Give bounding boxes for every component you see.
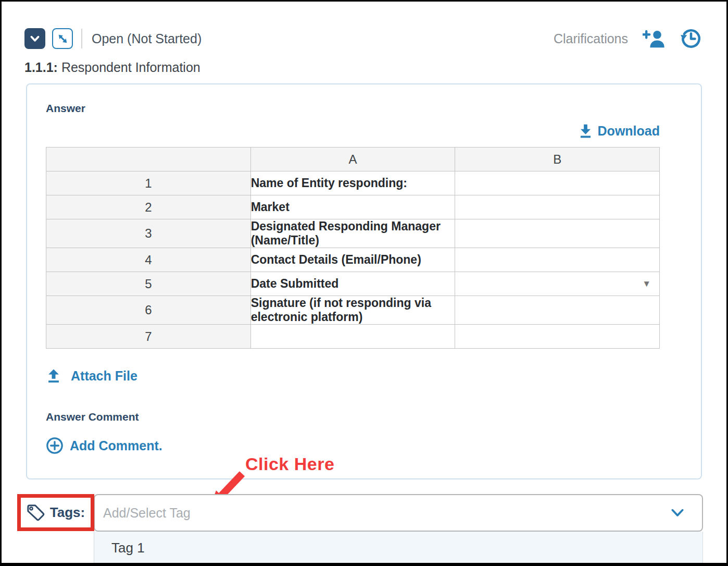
expand-question-button[interactable] bbox=[52, 28, 73, 49]
add-person-button[interactable] bbox=[643, 29, 667, 48]
tags-label: Tags: bbox=[50, 505, 85, 521]
click-here-annotation: Click Here bbox=[245, 454, 334, 474]
row-number: 7 bbox=[46, 325, 251, 349]
table-row: 7 bbox=[46, 325, 660, 349]
tag-icon bbox=[27, 504, 45, 521]
question-number: 1.1.1: bbox=[24, 60, 58, 75]
collapse-question-button[interactable] bbox=[24, 28, 45, 49]
answer-spreadsheet: A B 1 Name of Entity responding: 2 Marke… bbox=[46, 147, 660, 349]
download-link[interactable]: Download bbox=[579, 123, 660, 139]
column-b-header: B bbox=[455, 147, 660, 171]
cell-b5-date-dropdown[interactable]: ▼ bbox=[455, 272, 660, 296]
history-clock-icon bbox=[680, 28, 702, 50]
table-row: 2 Market bbox=[46, 195, 660, 219]
download-icon bbox=[579, 123, 598, 139]
add-person-icon bbox=[643, 29, 667, 48]
row-number: 2 bbox=[46, 195, 251, 219]
table-row: 4 Contact Details (Email/Phone) bbox=[46, 248, 660, 272]
cell-a4[interactable]: Contact Details (Email/Phone) bbox=[250, 248, 455, 272]
history-button[interactable] bbox=[680, 28, 702, 50]
attach-file-link[interactable]: Attach File bbox=[46, 368, 137, 384]
cell-a7[interactable] bbox=[250, 325, 455, 349]
toolbar-divider bbox=[81, 29, 82, 48]
tags-select-input[interactable]: Add/Select Tag bbox=[94, 494, 703, 532]
answer-label: Answer bbox=[46, 102, 675, 115]
expand-diagonal-arrow-icon bbox=[56, 32, 69, 45]
cell-b1[interactable] bbox=[455, 171, 660, 195]
cell-b4[interactable] bbox=[455, 248, 660, 272]
cell-a5[interactable]: Date Submitted bbox=[250, 272, 455, 296]
answer-panel: Answer Download A B 1 Name of Entity res… bbox=[26, 83, 702, 479]
plus-circle-icon bbox=[46, 437, 70, 454]
answer-comment-label: Answer Comment bbox=[46, 411, 675, 423]
tags-input-placeholder[interactable]: Add/Select Tag bbox=[103, 506, 671, 521]
row-number: 4 bbox=[46, 248, 251, 272]
row-number: 6 bbox=[46, 296, 251, 325]
cell-b3[interactable] bbox=[455, 219, 660, 248]
row-number: 1 bbox=[46, 171, 251, 195]
chevron-down-icon bbox=[28, 32, 42, 45]
table-row: 3 Designated Responding Manager (Name/Ti… bbox=[46, 219, 660, 248]
cell-b6[interactable] bbox=[455, 296, 660, 325]
column-a-header: A bbox=[250, 147, 455, 171]
row-number: 3 bbox=[46, 219, 251, 248]
table-row: 1 Name of Entity responding: bbox=[46, 171, 660, 195]
cell-a1[interactable]: Name of Entity responding: bbox=[250, 171, 455, 195]
sheet-header-row: A B bbox=[46, 147, 660, 171]
table-row: 5 Date Submitted ▼ bbox=[46, 272, 660, 296]
cell-dropdown-arrow-icon[interactable]: ▼ bbox=[642, 279, 651, 289]
tags-label-highlight-box: Tags: bbox=[17, 494, 94, 531]
tags-dropdown-menu: Tag 1 bbox=[94, 532, 703, 564]
cell-a6[interactable]: Signature (if not responding via electro… bbox=[250, 296, 455, 325]
tag-option[interactable]: Tag 1 bbox=[94, 532, 702, 556]
clarifications-label: Clarifications bbox=[554, 31, 628, 46]
question-name: Respondent Information bbox=[58, 60, 200, 75]
cell-b7[interactable] bbox=[455, 325, 660, 349]
question-title: 1.1.1: Respondent Information bbox=[24, 60, 702, 75]
question-toolbar: Open (Not Started) Clarifications bbox=[24, 28, 702, 50]
cell-a3[interactable]: Designated Responding Manager (Name/Titl… bbox=[250, 219, 455, 248]
cell-b2[interactable] bbox=[455, 195, 660, 219]
upload-icon bbox=[46, 369, 71, 384]
cell-a2[interactable]: Market bbox=[250, 195, 455, 219]
row-number: 5 bbox=[46, 272, 251, 296]
corner-header-cell bbox=[46, 147, 251, 171]
tags-chevron-down-icon[interactable] bbox=[671, 508, 684, 518]
add-comment-link[interactable]: Add Comment. bbox=[46, 437, 162, 454]
question-status: Open (Not Started) bbox=[92, 31, 202, 46]
table-row: 6 Signature (if not responding via elect… bbox=[46, 296, 660, 325]
